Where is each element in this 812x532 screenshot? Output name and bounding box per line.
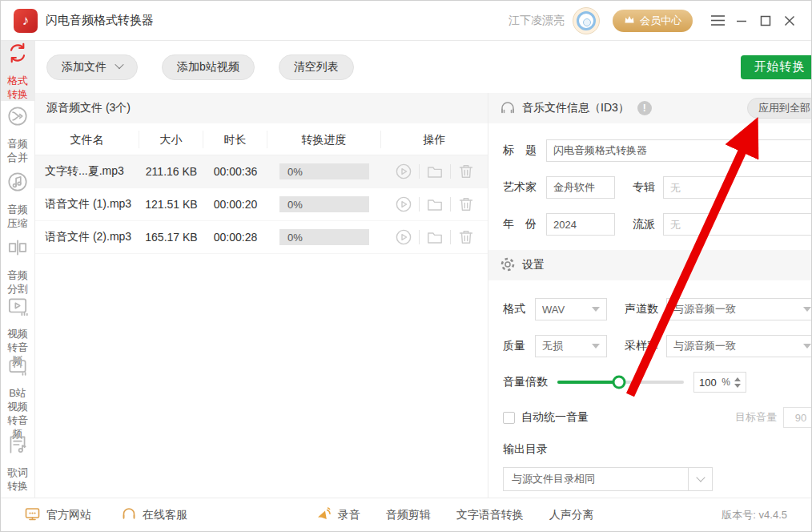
- vocal-separation-link[interactable]: 人声分离: [549, 508, 594, 522]
- music-note-icon: [6, 170, 30, 197]
- play-icon[interactable]: [394, 195, 413, 214]
- split-icon: [6, 236, 30, 263]
- online-service-link[interactable]: 在线客服: [122, 507, 187, 523]
- slider-handle[interactable]: [613, 376, 626, 389]
- progress-bar: 0%: [279, 229, 369, 245]
- play-icon[interactable]: [394, 162, 413, 181]
- official-site-link[interactable]: 官方网站: [25, 507, 91, 523]
- col-operations: 操作: [381, 131, 488, 148]
- id3-header: 音乐文件信息（ID3） ! 应用到全部: [488, 93, 812, 123]
- avatar[interactable]: [573, 7, 600, 34]
- sidebar-item-audio-split[interactable]: 音频分割: [1, 232, 34, 298]
- app-title: 闪电音频格式转换器: [46, 13, 154, 28]
- id3-form: 标 题 艺术家 专辑 年 份 流派: [488, 123, 812, 250]
- lyrics-doc-icon: [6, 433, 30, 460]
- target-volume-label: 目标音量: [735, 410, 777, 425]
- settings-pane: 音乐文件信息（ID3） ! 应用到全部 标 题 艺术家 专辑: [488, 93, 812, 498]
- format-label: 格式: [503, 302, 527, 316]
- menu-icon[interactable]: [707, 10, 728, 31]
- col-progress: 转换进度: [267, 131, 381, 148]
- sidebar: 格式转换 音频合并 音频压缩 音频分割: [1, 41, 35, 498]
- quality-select[interactable]: 无损: [535, 335, 607, 357]
- file-size: 165.17 KB: [139, 231, 203, 244]
- spinner-up-icon[interactable]: [734, 377, 741, 381]
- play-icon[interactable]: [394, 228, 413, 247]
- chevron-down-icon: [688, 468, 712, 490]
- caret-down-icon: [803, 344, 811, 349]
- sidebar-item-lyrics-convert[interactable]: 歌词转换: [1, 429, 34, 495]
- file-name: 语音文件 (1).mp3: [35, 197, 139, 212]
- apply-to-all-button[interactable]: 应用到全部: [747, 98, 812, 119]
- title-field[interactable]: [546, 139, 812, 162]
- file-size: 121.51 KB: [139, 198, 203, 211]
- maximize-button[interactable]: [755, 10, 776, 31]
- add-bilibili-button[interactable]: 添加b站视频: [162, 54, 255, 80]
- file-size: 211.16 KB: [139, 165, 203, 178]
- table-row[interactable]: 语音文件 (1).mp3 121.51 KB 00:00:20 0%: [35, 188, 488, 221]
- table-header: 文件名 大小 时长 转换进度 操作: [35, 123, 488, 155]
- output-dir-select[interactable]: 与源文件目录相同: [503, 467, 713, 491]
- convert-refresh-icon: [6, 41, 30, 68]
- toolbar: 添加文件 添加b站视频 清空列表 开始转换: [35, 41, 812, 93]
- artist-label: 艺术家: [503, 180, 538, 195]
- file-duration: 00:00:20: [203, 198, 267, 211]
- vip-center-button[interactable]: 会员中心: [613, 10, 693, 32]
- headset-icon: [122, 507, 136, 523]
- file-name: 语音文件 (2).mp3: [35, 230, 139, 244]
- artist-field[interactable]: [546, 176, 615, 199]
- folder-icon[interactable]: [425, 195, 444, 214]
- folder-icon[interactable]: [425, 162, 444, 181]
- audio-edit-link[interactable]: 音频剪辑: [386, 508, 431, 522]
- bilibili-tv-icon: [6, 353, 30, 381]
- sidebar-item-format-convert[interactable]: 格式转换: [1, 41, 34, 101]
- chevron-down-icon: [115, 60, 123, 69]
- format-select[interactable]: WAV: [535, 298, 607, 320]
- settings-form: 格式 WAV 声道数 与源音频一致 质量: [488, 280, 812, 491]
- table-row[interactable]: 文字转...夏.mp3 211.16 KB 00:00:36 0%: [35, 155, 488, 188]
- tts-link[interactable]: 文字语音转换: [456, 508, 524, 522]
- sidebar-item-bilibili-to-audio[interactable]: B站视频转音频: [1, 364, 34, 429]
- trash-icon[interactable]: [456, 228, 476, 247]
- channels-select[interactable]: 与源音频一致: [666, 298, 812, 320]
- genre-field[interactable]: [663, 213, 812, 236]
- progress-bar: 0%: [279, 196, 369, 212]
- file-duration: 00:00:28: [203, 231, 267, 244]
- file-list-pane: 源音频文件 (3个) 文件名 大小 时长 转换进度 操作 文字转...夏.mp3…: [35, 93, 488, 498]
- crown-icon: [624, 14, 635, 26]
- caret-down-icon: [803, 307, 811, 312]
- volume-slider[interactable]: [557, 376, 684, 389]
- close-button[interactable]: [779, 10, 800, 31]
- col-duration: 时长: [203, 131, 267, 148]
- spinner-down-icon[interactable]: [734, 384, 741, 388]
- trash-icon[interactable]: [456, 162, 476, 181]
- sidebar-item-audio-merge[interactable]: 音频合并: [1, 101, 34, 167]
- output-dir-label: 输出目录: [503, 442, 812, 457]
- trash-icon[interactable]: [456, 195, 476, 214]
- sidebar-item-audio-compress[interactable]: 音频压缩: [1, 167, 34, 232]
- folder-icon[interactable]: [425, 228, 444, 247]
- start-convert-button[interactable]: 开始转换: [741, 55, 812, 79]
- exclamation-icon: !: [637, 101, 652, 115]
- app-window: ♪ 闪电音频格式转换器 江下凌漂亮 会员中心: [0, 0, 812, 532]
- target-volume-field[interactable]: [783, 407, 812, 428]
- record-link[interactable]: 录音: [316, 507, 360, 524]
- album-field[interactable]: [663, 176, 812, 199]
- auto-volume-checkbox[interactable]: [503, 412, 515, 424]
- progress-bar: 0%: [279, 163, 369, 179]
- table-row[interactable]: 语音文件 (2).mp3 165.17 KB 00:00:28 0%: [35, 221, 488, 254]
- add-file-button[interactable]: 添加文件: [46, 54, 138, 80]
- year-label: 年 份: [503, 217, 538, 232]
- source-files-header: 源音频文件 (3个): [35, 93, 488, 123]
- year-field[interactable]: [546, 213, 615, 236]
- gear-icon: [500, 256, 522, 275]
- volume-spinner[interactable]: 100 %: [693, 372, 746, 393]
- app-logo-icon: ♪: [14, 9, 38, 33]
- megaphone-icon: [316, 507, 332, 524]
- samplerate-select[interactable]: 与源音频一致: [666, 335, 812, 357]
- col-size: 大小: [139, 131, 203, 148]
- username[interactable]: 江下凌漂亮: [509, 14, 565, 28]
- clear-list-button[interactable]: 清空列表: [279, 54, 354, 80]
- minimize-button[interactable]: [731, 10, 752, 31]
- caret-down-icon: [592, 344, 600, 349]
- channels-label: 声道数: [625, 302, 658, 316]
